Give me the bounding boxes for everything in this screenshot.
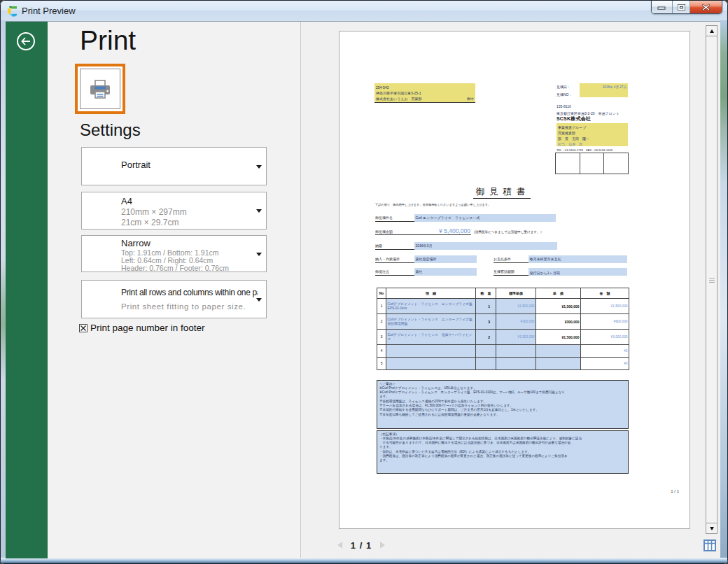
restore-button[interactable] xyxy=(672,1,690,13)
notes-special: （特記事項）・本製品/本作業の成果物及び本製品/本作業に関連して開示される技術情… xyxy=(377,430,629,474)
footer-page-number-checkbox[interactable] xyxy=(79,324,88,332)
sender-tel: TEL：03-5166-1718 FAX：03-5166-1405 xyxy=(556,148,612,152)
paper-size-value: A4 xyxy=(121,196,255,206)
table-row: 2 Curlデプロイメント・ライセンス エンタープライズ版 仮想環境用版 3 ¥… xyxy=(377,314,629,330)
sender-address: 東京都江東区豊洲3-2-20 豊洲フロント xyxy=(556,111,620,115)
page-indicator: 1 / 1 xyxy=(351,540,372,551)
payment-value: 毎月末締翌月末支払 xyxy=(528,255,561,261)
grid-view-icon[interactable] xyxy=(704,540,716,551)
delivery-value: 2016年3月 xyxy=(414,242,432,248)
quote-date-box: 2016年 4月 27日 xyxy=(580,83,628,97)
chevron-down-icon xyxy=(256,165,262,169)
greeting-line: 下記の通り、御見積申し上げます。何卒御用命くださいますようお願い申し上げます。 xyxy=(375,203,491,206)
sender-postal: 135-8110 xyxy=(556,104,571,108)
scrollbar-thumb[interactable] xyxy=(706,36,718,523)
sender-staff: 担当 花房 周 xyxy=(558,141,626,147)
footer-page-number-option[interactable]: Print page number in footer xyxy=(79,323,205,333)
chevron-down-icon xyxy=(256,298,262,302)
stamp-boxes xyxy=(555,153,629,174)
scaling-value: Print all rows and columns within one pa… xyxy=(121,288,258,297)
document-page[interactable]: 254-543 神奈川県平塚市国立東3-25-1 株式会社あいうえお 営業部 御… xyxy=(339,31,690,529)
app-logo-icon xyxy=(8,6,18,17)
paper-size-dim-mm: 210mm × 297mm xyxy=(121,207,255,218)
items-table: No明 細 数 量標準単価 単 価金 額 1 Curlデプロイメント・ライセンス… xyxy=(377,288,629,370)
arrow-down-icon xyxy=(710,527,714,530)
place-label: 納入・作業場所 xyxy=(375,257,400,261)
page-title: Print xyxy=(80,25,136,56)
place-value: 貴社指定場所 xyxy=(414,255,437,261)
quote-no-label: 見積NO : xyxy=(556,92,570,97)
margins-dropdown[interactable]: Narrow Top: 1.91cm / Bottom: 1.91cm Left… xyxy=(81,235,267,272)
subject-label: 御見積件名 xyxy=(375,216,393,220)
paper-size-dim-cm: 21cm × 29.7cm xyxy=(121,218,255,228)
close-icon xyxy=(701,3,710,11)
recipient-company: 株式会社あいうえお 営業部 xyxy=(376,96,422,101)
previous-page-button[interactable] xyxy=(337,542,342,549)
print-preview-window: Print Preview Prin xyxy=(0,0,728,564)
restore-icon xyxy=(677,3,686,11)
close-button[interactable] xyxy=(690,1,722,13)
table-row: 1 Curlデプロイメント・ライセンス エンタープライズ版 EPS-01-0xx… xyxy=(377,299,629,314)
sender-dept2: 営業推進部 xyxy=(558,130,626,136)
document-title: 御見積書 xyxy=(473,187,531,199)
margins-value: Narrow xyxy=(121,238,255,248)
recipient-block: 254-543 神奈川県平塚市国立東3-25-1 株式会社あいうえお 営業部 御… xyxy=(374,83,475,103)
scaling-dropdown[interactable]: Print all rows and columns within one pa… xyxy=(81,280,267,318)
title-bar[interactable]: Print Preview xyxy=(1,1,727,21)
table-row: 5 ¥0 xyxy=(377,358,629,370)
sender-dept1: 事業推進グループ xyxy=(558,125,626,130)
sender-manager: 部 長 玉田 陽一 xyxy=(558,136,626,141)
sender-dept-block: 事業推進グループ 営業推進部 部 長 玉田 陽一 担当 花房 周 xyxy=(556,123,628,146)
sidebar xyxy=(6,22,48,558)
orderer-label: 御発注元 xyxy=(375,269,389,274)
orientation-dropdown[interactable]: Portrait xyxy=(81,147,267,185)
recipient-address: 神奈川県平塚市国立東3-25-1 xyxy=(376,90,474,96)
print-button-face xyxy=(80,69,120,109)
delivery-label: 納期 xyxy=(375,244,382,248)
sender-company: SCSK株式会社 xyxy=(556,116,591,122)
table-row: 3 Curlデプロイメント・ライセンス 追加サーバライセンス 2 ¥1,500,… xyxy=(377,330,629,345)
chevron-down-icon xyxy=(256,253,262,256)
orderer-value: 貴社 xyxy=(414,268,423,274)
checkbox-x-mark-icon xyxy=(79,324,88,332)
amount-note: （消費税等につきましては別途申し受けます。） xyxy=(472,230,543,234)
back-button[interactable] xyxy=(17,32,35,50)
subject-value: Curl エンタープライズ ライセンス一式 xyxy=(414,214,479,220)
window-frame-bottom xyxy=(1,558,727,563)
scrollbar-down-button[interactable] xyxy=(706,523,718,534)
settings-heading: Settings xyxy=(80,120,141,140)
recipient-honorific: 御中 xyxy=(467,96,474,101)
page-number-footer: 1 / 1 xyxy=(671,489,679,494)
scaling-description: Print sheet fitting to paper size. xyxy=(121,302,258,312)
amount-label: 御見積金額 xyxy=(375,230,393,234)
orientation-value: Portrait xyxy=(121,160,255,170)
window-frame-left xyxy=(1,20,6,563)
window-frame-right xyxy=(720,20,727,563)
document-title-wrap: 御見積書 xyxy=(374,184,629,199)
minimize-icon xyxy=(657,4,666,10)
margins-header-footer: Header: 0.76cm / Footer: 0.76cm xyxy=(121,265,255,272)
next-page-button[interactable] xyxy=(380,542,385,549)
table-header-row: No明 細 数 量標準単価 単 価金 額 xyxy=(377,288,629,299)
printer-icon xyxy=(90,80,111,99)
print-button[interactable] xyxy=(75,64,125,114)
amount-value: ¥ 5,400,000 xyxy=(414,227,470,234)
payment-label: お支払条件 xyxy=(493,257,511,261)
notes-guidance: ＜ご案内＞※Curl Pro/デプロイメント・ライセンスは、URL単位となります… xyxy=(377,380,629,429)
quote-date-label: 見積日 : xyxy=(556,85,569,89)
window-title: Print Preview xyxy=(22,6,76,16)
table-row: 4 ¥0 xyxy=(377,345,629,358)
arrow-up-icon xyxy=(710,29,714,33)
paper-size-dropdown[interactable]: A4 210mm × 297mm 21cm × 29.7cm xyxy=(81,192,267,230)
quote-date-value: 2016年 4月 27日 xyxy=(603,85,626,89)
page-navigation: 1 / 1 xyxy=(337,538,385,552)
scrollbar-up-button[interactable] xyxy=(706,25,718,36)
back-arrow-icon xyxy=(20,37,31,45)
minimize-button[interactable] xyxy=(652,1,672,13)
recipient-postal: 254-543 xyxy=(376,85,474,90)
validity-value: 発行日から1ヶ月間 xyxy=(528,269,560,275)
validity-label: 見積有効期限 xyxy=(493,269,514,274)
chevron-down-icon xyxy=(256,209,262,213)
caption-buttons xyxy=(651,1,722,14)
checkbox-label: Print page number in footer xyxy=(90,323,205,333)
